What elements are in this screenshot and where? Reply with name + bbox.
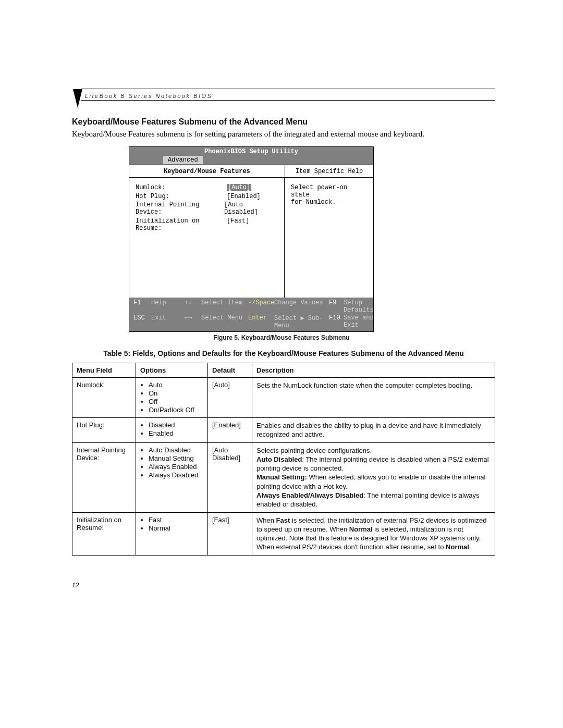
- bios-label-setup-defaults: Setup Defaults: [344, 299, 374, 314]
- option-item: Always Disabled: [149, 471, 203, 479]
- table-row: Numlock:AutoOnOffOn/Padlock Off[Auto]Set…: [72, 378, 495, 418]
- bios-help-line: for Numlock.: [291, 199, 368, 206]
- page-number: 12: [72, 582, 79, 589]
- option-item: Off: [149, 398, 203, 405]
- bios-help-line: Select power-on state: [291, 184, 368, 199]
- bios-help-pane: Select power-on state for Numlock.: [285, 178, 373, 298]
- cell-menu-field: Numlock:: [72, 378, 136, 418]
- cell-options: AutoOnOffOn/Padlock Off: [136, 378, 208, 418]
- bios-footer: F1 Help ↑↓ Select Item -/Space Change Va…: [129, 298, 373, 331]
- cell-menu-field: Initialization on Resume:: [72, 512, 136, 555]
- bios-right-header: Item Specific Help: [285, 165, 373, 177]
- option-item: Disabled: [149, 421, 203, 429]
- th-description: Description: [252, 363, 495, 378]
- cell-default: [Auto Disabled]: [208, 442, 252, 512]
- cell-description: Sets the NumLock function state when the…: [252, 378, 495, 418]
- th-menu-field: Menu Field: [72, 363, 136, 378]
- bios-label: Numlock:: [136, 184, 227, 191]
- cell-default: [Fast]: [208, 512, 252, 555]
- bios-value: [Auto]: [227, 184, 251, 191]
- option-item: On/Padlock Off: [149, 406, 203, 414]
- table-row: Hot Plug:DisabledEnabled[Enabled]Enables…: [72, 418, 495, 443]
- option-item: Auto Disabled: [149, 446, 203, 454]
- bios-key-f10: F10: [329, 314, 344, 329]
- bios-label-save-exit: Save and Exit: [344, 314, 374, 329]
- running-head: LifeBook B Series Notebook BIOS: [85, 93, 212, 99]
- header-wedge-icon: [73, 89, 82, 108]
- option-item: Normal: [149, 524, 203, 532]
- header-rule-bottom: [81, 100, 495, 101]
- table-header-row: Menu Field Options Default Description: [72, 363, 495, 378]
- cell-menu-field: Internal Pointing Device:: [72, 442, 136, 512]
- bios-label-select-menu: Select Menu: [201, 314, 248, 329]
- bios-label-exit: Exit: [151, 314, 185, 329]
- bios-label-change-values: Change Values: [274, 299, 329, 314]
- section-heading: Keyboard/Mouse Features Submenu of the A…: [72, 117, 308, 127]
- bios-label-help: Help: [151, 299, 185, 314]
- bios-key-enter: Enter: [248, 314, 274, 329]
- figure-caption: Figure 5. Keyboard/Mouse Features Submen…: [0, 334, 563, 341]
- th-options: Options: [136, 363, 208, 378]
- bios-label-sub-menu: Select ▶ Sub-Menu: [274, 314, 329, 329]
- table-row: Initialization on Resume:FastNormal[Fast…: [72, 512, 495, 555]
- option-item: Always Enabled: [149, 463, 203, 471]
- th-default: Default: [208, 363, 252, 378]
- cell-description: Enables and disables the ability to plug…: [252, 418, 495, 443]
- bios-key-f9: F9: [329, 299, 344, 314]
- bios-label: Hot Plug:: [136, 193, 227, 200]
- bios-label: Initialization on Resume:: [136, 217, 227, 232]
- bios-value: [Auto Disabled]: [224, 201, 279, 216]
- bios-tab-advanced: Advanced: [163, 156, 203, 164]
- bios-value: [Enabled]: [227, 193, 261, 200]
- bios-key-arrows-lr: ←→: [185, 314, 201, 329]
- cell-description: When Fast is selected, the initializatio…: [252, 512, 495, 555]
- table-row: Internal Pointing Device:Auto DisabledMa…: [72, 442, 495, 512]
- bios-screenshot: PhoenixBIOS Setup Utility Advanced Keybo…: [129, 146, 374, 332]
- bios-label: Internal Pointing Device:: [136, 201, 224, 216]
- cell-default: [Enabled]: [208, 418, 252, 443]
- bios-label-select-item: Select Item: [201, 299, 248, 314]
- bios-value: [Fast]: [227, 217, 249, 232]
- bios-title: PhoenixBIOS Setup Utility: [129, 147, 373, 156]
- intro-paragraph: Keyboard/Mouse Features submenu is for s…: [72, 129, 495, 140]
- option-item: Enabled: [149, 429, 203, 437]
- option-item: Manual Setting: [149, 454, 203, 462]
- bios-key-f1: F1: [133, 299, 151, 314]
- cell-options: Auto DisabledManual SettingAlways Enable…: [136, 442, 208, 512]
- bios-key-esc: ESC: [133, 314, 151, 329]
- options-table: Menu Field Options Default Description N…: [72, 363, 495, 556]
- table-caption: Table 5: Fields, Options and Defaults fo…: [72, 349, 495, 357]
- bios-tab-bar: Advanced: [129, 156, 373, 165]
- option-item: Auto: [149, 381, 203, 389]
- cell-menu-field: Hot Plug:: [72, 418, 136, 443]
- header-rule-top: [81, 89, 495, 89]
- bios-settings-list: Numlock:[Auto] Hot Plug:[Enabled] Intern…: [129, 178, 285, 298]
- bios-left-header: Keyboard/Mouse Features: [129, 165, 285, 177]
- option-item: On: [149, 389, 203, 397]
- bios-key-change: -/Space: [248, 299, 274, 314]
- bios-key-arrows-ud: ↑↓: [185, 299, 201, 314]
- cell-description: Selects pointing device configurations.A…: [252, 442, 495, 512]
- cell-options: FastNormal: [136, 512, 208, 555]
- option-item: Fast: [149, 516, 203, 524]
- cell-default: [Auto]: [208, 378, 252, 418]
- cell-options: DisabledEnabled: [136, 418, 208, 443]
